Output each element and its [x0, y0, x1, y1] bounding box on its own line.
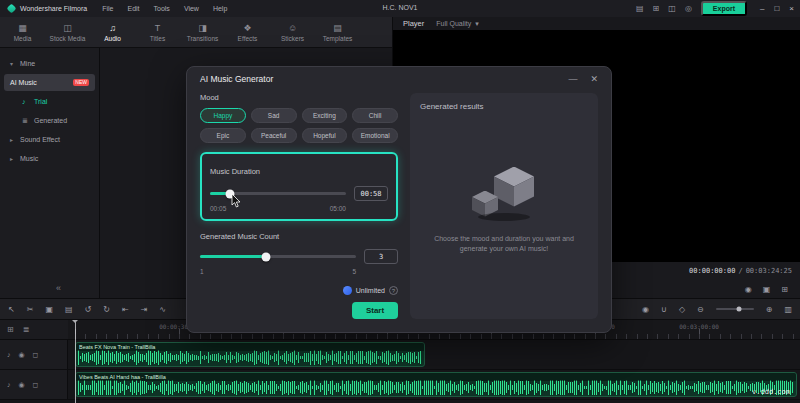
mute-icon[interactable]: ◉ — [19, 381, 25, 389]
pointer-tool-icon[interactable]: ↖ — [8, 305, 15, 314]
tab-media[interactable]: ▦Media — [0, 23, 45, 42]
undo-icon[interactable]: ↺ — [85, 305, 92, 314]
duration-min: 00:05 — [210, 205, 226, 212]
track-lane: Beats FX Nova Train - TrallBilla — [68, 340, 800, 369]
playhead[interactable] — [75, 320, 76, 403]
mood-peaceful[interactable]: Peaceful — [251, 128, 297, 143]
generated-icon: ≣ — [22, 117, 30, 125]
menu-file[interactable]: File — [95, 5, 120, 12]
templates-icon: ▤ — [333, 24, 342, 33]
sidebar-item-trial[interactable]: ♪Trial — [4, 93, 95, 110]
magnet-icon[interactable]: ∪ — [661, 305, 667, 314]
sidebar-item-ai-music[interactable]: AI MusicNEW — [4, 74, 95, 91]
mute-icon[interactable]: ◉ — [19, 351, 25, 359]
sidebar-item-label: Generated — [34, 117, 67, 124]
tab-templates[interactable]: ▤Templates — [315, 23, 360, 42]
tab-titles[interactable]: TTitles — [135, 23, 180, 42]
menubar-right: ▤⊞◫◎ Export –□× — [636, 1, 794, 17]
export-button[interactable]: Export — [701, 1, 747, 17]
start-button[interactable]: Start — [352, 302, 398, 319]
close-icon[interactable]: ✕ — [590, 74, 598, 84]
dialog-body: Mood HappySadExcitingChillEpicPeacefulHo… — [187, 91, 611, 332]
keyframe-icon[interactable]: ◇ — [679, 305, 685, 314]
sidebar-item-music[interactable]: ▸Music — [4, 150, 95, 167]
player-controls-right: ◉▣⊞ — [745, 285, 788, 294]
minimize-icon[interactable]: — — [568, 74, 577, 84]
menu-tools[interactable]: Tools — [147, 5, 177, 12]
audio-track-icon[interactable]: ♪ — [7, 351, 11, 358]
lock-icon[interactable]: ◻ — [33, 381, 39, 389]
close-icon[interactable]: × — [789, 4, 794, 13]
crop-tool-icon[interactable]: ▣ — [45, 305, 53, 314]
zoom-in-icon[interactable]: ⊕ — [766, 305, 773, 314]
maximize-icon[interactable]: □ — [774, 4, 779, 13]
tab-audio[interactable]: ♫Audio — [90, 23, 135, 42]
screen-record-icon[interactable]: ◫ — [668, 4, 676, 13]
sidebar-item-sound-effect[interactable]: ▸Sound Effect — [4, 131, 95, 148]
system-icons: ▤⊞◫◎ — [636, 4, 692, 13]
track-menu-icon[interactable]: ≣ — [23, 325, 30, 334]
layout-tool-icon[interactable]: ▤ — [65, 305, 73, 314]
razor-tool-icon[interactable]: ✂ — [27, 305, 34, 314]
mood-epic[interactable]: Epic — [200, 128, 246, 143]
layout-icon[interactable]: ⊞ — [653, 4, 660, 13]
trim-start-icon[interactable]: ⇤ — [122, 305, 129, 314]
count-range: 1 5 — [200, 268, 398, 275]
chevron-down-icon: ▾ — [475, 20, 479, 28]
add-track-icon[interactable]: ⊞ — [7, 325, 14, 334]
menu-view[interactable]: View — [177, 5, 206, 12]
record-icon[interactable]: ◉ — [642, 305, 649, 314]
sidebar-item-generated[interactable]: ≣Generated — [4, 112, 95, 129]
mood-chill[interactable]: Chill — [352, 108, 398, 123]
ruler-label: 00:03:00:00 — [679, 323, 719, 330]
render-preview-icon[interactable]: ▣ — [763, 285, 771, 294]
collapse-panel-icon[interactable]: « — [56, 283, 61, 293]
mood-hopeful[interactable]: Hopeful — [302, 128, 348, 143]
duration-slider[interactable] — [210, 192, 346, 195]
menu-edit[interactable]: Edit — [120, 5, 146, 12]
fit-timeline-icon[interactable]: ▥ — [784, 305, 792, 314]
help-icon[interactable]: ? — [389, 286, 398, 295]
chevron-down-icon: ▾ — [10, 60, 16, 67]
duration-row: 00:58 — [210, 186, 388, 201]
count-label: Generated Music Count — [200, 232, 398, 241]
sidebar-item-mine[interactable]: ▾Mine — [4, 55, 95, 72]
effects-icon: ❖ — [243, 24, 251, 33]
menu-help[interactable]: Help — [206, 5, 234, 12]
workspace-icon[interactable]: ▤ — [636, 4, 644, 13]
track-row: ♪◉◻Beats FX Nova Train - TrallBilla — [0, 340, 800, 370]
audio-clip[interactable]: Vibes Beats AI Hand haa - TrallBilla — [75, 372, 797, 397]
mood-exciting[interactable]: Exciting — [302, 108, 348, 123]
current-time: 00:00:00:00 — [689, 267, 735, 275]
tab-effects[interactable]: ❖Effects — [225, 23, 270, 42]
mood-sad[interactable]: Sad — [251, 108, 297, 123]
snapshot-icon[interactable]: ◉ — [745, 285, 752, 294]
redo-icon[interactable]: ↻ — [103, 305, 110, 314]
fullscreen-icon[interactable]: ⊞ — [781, 285, 788, 294]
track-header: ♪◉◻ — [0, 340, 68, 369]
quality-dropdown[interactable]: Full Quality ▾ — [436, 20, 479, 28]
minimize-icon[interactable]: – — [760, 4, 764, 13]
zoom-slider[interactable] — [716, 308, 754, 310]
results-title: Generated results — [420, 102, 588, 111]
mood-happy[interactable]: Happy — [200, 108, 246, 123]
tab-stickers[interactable]: ☺Stickers — [270, 23, 315, 42]
count-min: 1 — [200, 268, 204, 275]
speed-icon[interactable]: ∿ — [159, 305, 166, 314]
unlimited-row: Unlimited ? — [343, 286, 398, 295]
audio-track-icon[interactable]: ♪ — [7, 381, 11, 388]
count-slider-handle[interactable] — [261, 252, 270, 261]
account-icon[interactable]: ◎ — [685, 4, 692, 13]
lock-icon[interactable]: ◻ — [33, 351, 39, 359]
count-slider[interactable] — [200, 255, 356, 258]
zoom-slider-handle[interactable] — [736, 307, 741, 312]
tab-label: Stickers — [281, 35, 304, 42]
timeline-tools-right: ◉∪◇⊖⊕▥ — [642, 305, 792, 314]
tab-transitions[interactable]: ◨Transitions — [180, 23, 225, 42]
audio-clip[interactable]: Beats FX Nova Train - TrallBilla — [75, 342, 425, 367]
trim-end-icon[interactable]: ⇥ — [141, 305, 148, 314]
zoom-out-icon[interactable]: ⊖ — [697, 305, 704, 314]
duration-label: Music Duration — [210, 167, 260, 176]
tab-stock-media[interactable]: ◫Stock Media — [45, 23, 90, 42]
mood-emotional[interactable]: Emotional — [352, 128, 398, 143]
